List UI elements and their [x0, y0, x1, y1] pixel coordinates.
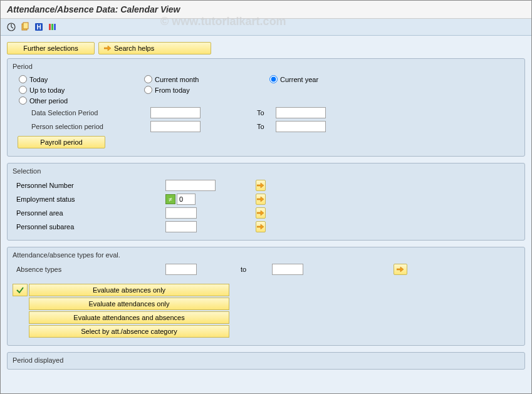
- eval-buttons: Evaluate absences only Evaluate attendan…: [13, 284, 519, 338]
- arrow-right-icon: [257, 182, 264, 189]
- data-selection-from-input[interactable]: [150, 107, 201, 118]
- payroll-period-row: Payroll period: [13, 133, 519, 150]
- radio-from-today[interactable]: From today: [138, 86, 190, 94]
- svg-line-2: [11, 27, 13, 28]
- personnel-subarea-input[interactable]: [165, 221, 197, 232]
- selection-groupbox: Selection Personnel Number Employment st…: [7, 163, 525, 241]
- personnel-area-multi-button[interactable]: [256, 207, 266, 219]
- employment-status-row: Employment status ≠: [13, 192, 519, 206]
- personnel-subarea-row: Personnel subarea: [13, 220, 519, 234]
- to-label-3: to: [197, 266, 272, 273]
- arrow-right-icon: [257, 210, 264, 216]
- arrow-right-icon: [257, 196, 264, 202]
- eval-row-3: Evaluate attendances and absences: [13, 311, 519, 324]
- select-by-category-button[interactable]: Select by att./absence category: [29, 325, 229, 338]
- execute-icon[interactable]: [6, 21, 17, 33]
- period-radio-row-2: Up to today From today: [13, 85, 519, 95]
- person-selection-period-row: Person selection period To: [13, 120, 519, 133]
- to-label-2: To: [244, 123, 276, 130]
- absence-types-row: Absence types to: [13, 262, 519, 276]
- personnel-subarea-multi-button[interactable]: [256, 221, 266, 232]
- absence-types-label: Absence types: [13, 266, 165, 273]
- radio-up-to-today[interactable]: Up to today: [13, 86, 65, 94]
- svg-rect-4: [23, 23, 28, 29]
- personnel-area-input[interactable]: [165, 207, 197, 219]
- page-title: Attendance/Absence Data: Calendar View: [7, 4, 525, 14]
- radio-today[interactable]: Today: [13, 75, 48, 83]
- svg-rect-8: [51, 24, 53, 30]
- variant-icon[interactable]: [19, 21, 31, 33]
- svg-rect-9: [54, 24, 56, 30]
- personnel-number-multi-button[interactable]: [256, 180, 266, 191]
- data-selection-to-input[interactable]: [276, 107, 326, 118]
- svg-rect-7: [49, 24, 51, 30]
- eval-active-check[interactable]: [13, 284, 28, 296]
- period-radio-row-1: Today Current month Current year: [13, 74, 519, 85]
- evaluate-absences-only-button[interactable]: Evaluate absences only: [29, 284, 229, 296]
- personnel-area-label: Personnel area: [13, 209, 165, 217]
- data-selection-period-row: Data Selection Period To: [13, 106, 519, 120]
- search-helps-button[interactable]: Search helps: [98, 42, 211, 54]
- personnel-subarea-label: Personnel subarea: [13, 223, 165, 231]
- employment-status-label: Employment status: [13, 195, 165, 203]
- further-selections-label: Further selections: [23, 44, 78, 52]
- eval-title: Attendance/absence types for eval.: [13, 250, 519, 260]
- title-bar: Attendance/Absence Data: Calendar View: [1, 1, 531, 19]
- further-selections-button[interactable]: Further selections: [7, 42, 95, 54]
- employment-status-multi-button[interactable]: [256, 194, 266, 205]
- personnel-number-row: Personnel Number: [13, 179, 519, 192]
- absence-types-multi-button[interactable]: [394, 264, 407, 275]
- absence-types-to-input[interactable]: [272, 264, 303, 275]
- evaluate-attendances-only-button[interactable]: Evaluate attendances only: [29, 298, 229, 310]
- radio-other-period[interactable]: Other period: [13, 96, 68, 105]
- toolbar: H © www.tutorialkart.com: [1, 19, 531, 36]
- payroll-period-button[interactable]: Payroll period: [18, 136, 105, 148]
- top-button-row: Further selections Search helps: [7, 42, 525, 54]
- to-label-1: To: [244, 109, 276, 117]
- personnel-area-row: Personnel area: [13, 206, 519, 220]
- search-helps-label: Search helps: [114, 44, 154, 52]
- arrow-right-icon: [397, 266, 404, 272]
- person-selection-from-input[interactable]: [150, 121, 201, 132]
- person-selection-to-input[interactable]: [276, 121, 326, 132]
- personnel-number-input[interactable]: [165, 180, 216, 191]
- employment-status-input[interactable]: [177, 194, 196, 205]
- radio-current-month[interactable]: Current month: [138, 75, 199, 83]
- period-displayed-groupbox: Period displayed: [7, 352, 525, 370]
- evaluate-att-and-abs-button[interactable]: Evaluate attendances and absences: [29, 311, 229, 324]
- arrow-right-icon: [104, 45, 112, 51]
- absence-types-from-input[interactable]: [165, 264, 197, 275]
- period-title: Period: [13, 61, 519, 71]
- eval-row-1: Evaluate absences only: [13, 284, 519, 296]
- color-legend-icon[interactable]: [47, 21, 58, 33]
- svg-text:H: H: [36, 24, 41, 31]
- period-groupbox: Period Today Current month Current year …: [7, 58, 525, 157]
- eval-row-2: Evaluate attendances only: [13, 298, 519, 310]
- period-radio-row-3: Other period: [13, 95, 519, 106]
- personnel-number-label: Personnel Number: [13, 182, 165, 189]
- arrow-right-icon: [257, 224, 264, 230]
- eval-groupbox: Attendance/absence types for eval. Absen…: [7, 247, 525, 346]
- payroll-period-label: Payroll period: [40, 138, 82, 146]
- info-icon[interactable]: H: [33, 21, 44, 33]
- content-area: Further selections Search helps Period T…: [1, 36, 531, 394]
- period-displayed-title: Period displayed: [13, 355, 519, 365]
- data-selection-period-label: Data Selection Period: [13, 109, 150, 117]
- person-selection-period-label: Person selection period: [13, 123, 150, 130]
- not-equal-icon[interactable]: ≠: [165, 194, 175, 204]
- check-icon: [16, 286, 24, 294]
- selection-title: Selection: [13, 166, 519, 176]
- eval-row-4: Select by att./absence category: [13, 325, 519, 338]
- radio-current-year[interactable]: Current year: [263, 75, 318, 83]
